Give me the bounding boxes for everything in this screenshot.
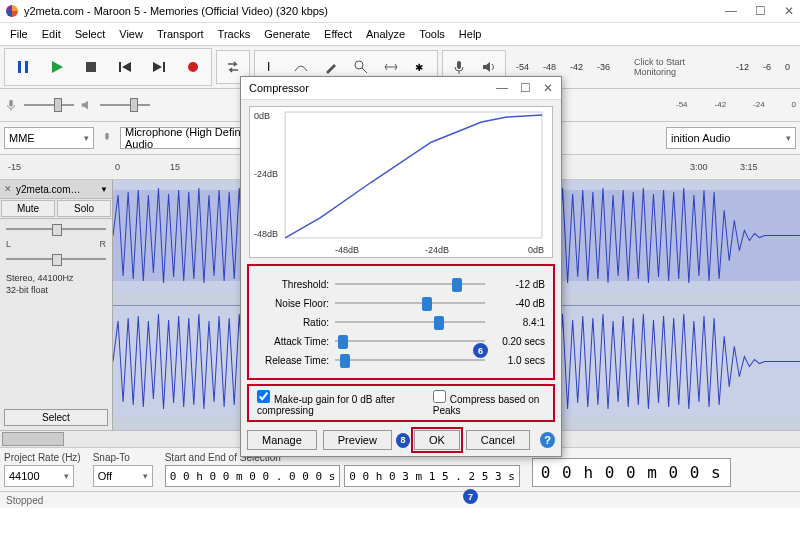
attack-time-slider[interactable] — [335, 334, 485, 348]
svg-marker-14 — [483, 62, 490, 72]
ruler-tick: 3:00 — [690, 162, 708, 172]
svg-rect-3 — [86, 62, 96, 72]
menu-analyze[interactable]: Analyze — [360, 26, 411, 42]
selection-end-input[interactable]: 0 0 h 0 3 m 1 5 . 2 5 3 s — [344, 465, 520, 487]
menu-help[interactable]: Help — [453, 26, 488, 42]
compress-peaks-checkbox[interactable]: Compress based on Peaks — [433, 390, 545, 416]
svg-text:I: I — [267, 60, 270, 74]
pan-right-label: R — [100, 239, 107, 249]
meter-tick: 0 — [785, 62, 790, 72]
dialog-minimize-button[interactable]: — — [496, 81, 508, 95]
pause-button[interactable] — [6, 50, 40, 84]
menu-transport[interactable]: Transport — [151, 26, 210, 42]
mic-icon — [4, 98, 18, 112]
chevron-down-icon[interactable]: ▼ — [100, 185, 108, 194]
preview-button[interactable]: Preview — [323, 430, 392, 450]
close-button[interactable]: ✕ — [784, 4, 794, 18]
window-titlebar: y2meta.com - Maroon 5 - Memories (Offici… — [0, 0, 800, 23]
meter-tick: -6 — [763, 62, 771, 72]
callout-badge-7: 7 — [463, 489, 478, 504]
meter-tick: -12 — [736, 62, 749, 72]
project-rate-dropdown[interactable]: 44100 — [4, 465, 74, 487]
svg-rect-0 — [18, 61, 21, 73]
solo-button[interactable]: Solo — [57, 200, 111, 217]
dialog-titlebar[interactable]: Compressor — ☐ ✕ — [241, 77, 561, 100]
threshold-slider[interactable] — [335, 277, 485, 291]
minimize-button[interactable]: — — [725, 4, 737, 18]
meter-tick: -42 — [570, 62, 583, 72]
record-button[interactable] — [176, 50, 210, 84]
threshold-value: -12 dB — [485, 279, 545, 290]
play-button[interactable] — [40, 50, 74, 84]
ruler-tick: 0 — [115, 162, 120, 172]
svg-marker-5 — [122, 62, 131, 72]
menu-file[interactable]: File — [4, 26, 34, 42]
svg-rect-17 — [105, 133, 109, 140]
menu-edit[interactable]: Edit — [36, 26, 67, 42]
playback-volume-slider[interactable] — [100, 100, 150, 110]
cancel-button[interactable]: Cancel — [466, 430, 530, 450]
svg-rect-7 — [163, 62, 165, 72]
threshold-row: Threshold: -12 dB — [257, 277, 545, 291]
makeup-gain-checkbox[interactable]: Make-up gain for 0 dB after compressing — [257, 390, 419, 416]
output-device-dropdown[interactable]: inition Audio — [666, 127, 796, 149]
menu-view[interactable]: View — [113, 26, 149, 42]
ruler-tick: 3:15 — [740, 162, 758, 172]
svg-line-11 — [362, 68, 367, 73]
dialog-maximize-button[interactable]: ☐ — [520, 81, 531, 95]
menu-effect[interactable]: Effect — [318, 26, 358, 42]
playback-meter[interactable]: -54-42-240 — [676, 100, 796, 110]
compressor-graph: 0dB -24dB -48dB -48dB -24dB 0dB — [249, 106, 553, 258]
project-rate-label: Project Rate (Hz) — [4, 452, 81, 463]
gain-slider[interactable] — [6, 221, 106, 237]
callout-badge-8: 8 — [396, 433, 410, 448]
svg-marker-16 — [82, 101, 88, 110]
attack-time-row: Attack Time: 0.20 secs — [257, 334, 545, 348]
stop-button[interactable] — [74, 50, 108, 84]
ruler-tick: 15 — [170, 162, 180, 172]
mute-button[interactable]: Mute — [1, 200, 55, 217]
record-volume-slider[interactable] — [24, 100, 74, 110]
host-dropdown[interactable]: MME — [4, 127, 94, 149]
track-bit-depth: 32-bit float — [6, 285, 106, 297]
svg-rect-13 — [457, 61, 461, 69]
snap-to-dropdown[interactable]: Off — [93, 465, 153, 487]
ratio-slider[interactable] — [335, 315, 485, 329]
manage-button[interactable]: Manage — [247, 430, 317, 450]
track-name-tab[interactable]: ✕y2meta.com…▼ — [0, 180, 112, 199]
meter-tick: -36 — [597, 62, 610, 72]
compressor-dialog: Compressor — ☐ ✕ 0dB -24dB -48dB -48dB -… — [240, 76, 562, 457]
selection-start-input[interactable]: 0 0 h 0 0 m 0 0 . 0 0 0 s — [165, 465, 341, 487]
ratio-row: Ratio: 8.4:1 — [257, 315, 545, 329]
menu-tracks[interactable]: Tracks — [212, 26, 257, 42]
svg-marker-6 — [153, 62, 162, 72]
mic2-icon — [100, 131, 114, 145]
track-select-button[interactable]: Select — [4, 409, 108, 426]
ok-button[interactable]: OK — [414, 430, 460, 450]
snap-to-label: Snap-To — [93, 452, 153, 463]
ratio-value: 8.4:1 — [485, 317, 545, 328]
app-logo-icon — [6, 5, 18, 17]
record-meter[interactable]: -54 -48 -42 -36 Click to Start Monitorin… — [510, 57, 796, 77]
dialog-close-button[interactable]: ✕ — [543, 81, 553, 95]
release-time-value: 1.0 secs — [485, 355, 545, 366]
menu-generate[interactable]: Generate — [258, 26, 316, 42]
skip-end-button[interactable] — [142, 50, 176, 84]
track-control-panel: ✕y2meta.com…▼ Mute Solo LR Stereo, 44100… — [0, 180, 113, 430]
menu-select[interactable]: Select — [69, 26, 112, 42]
dialog-button-row: Manage Preview 8 OK Cancel ? — [241, 424, 561, 456]
attack-time-value: 0.20 secs — [485, 336, 545, 347]
maximize-button[interactable]: ☐ — [755, 4, 766, 18]
skip-start-button[interactable] — [108, 50, 142, 84]
menu-tools[interactable]: Tools — [413, 26, 451, 42]
release-time-slider[interactable] — [335, 353, 485, 367]
menu-bar: File Edit Select View Transport Tracks G… — [0, 23, 800, 46]
meter-tick: -48 — [543, 62, 556, 72]
pan-slider[interactable] — [6, 251, 106, 267]
help-icon[interactable]: ? — [540, 432, 555, 448]
close-track-icon[interactable]: ✕ — [4, 184, 12, 194]
svg-point-10 — [355, 61, 363, 69]
noise-floor-slider[interactable] — [335, 296, 485, 310]
window-title: y2meta.com - Maroon 5 - Memories (Offici… — [24, 5, 328, 17]
click-to-monitor[interactable]: Click to Start Monitoring — [624, 57, 722, 77]
